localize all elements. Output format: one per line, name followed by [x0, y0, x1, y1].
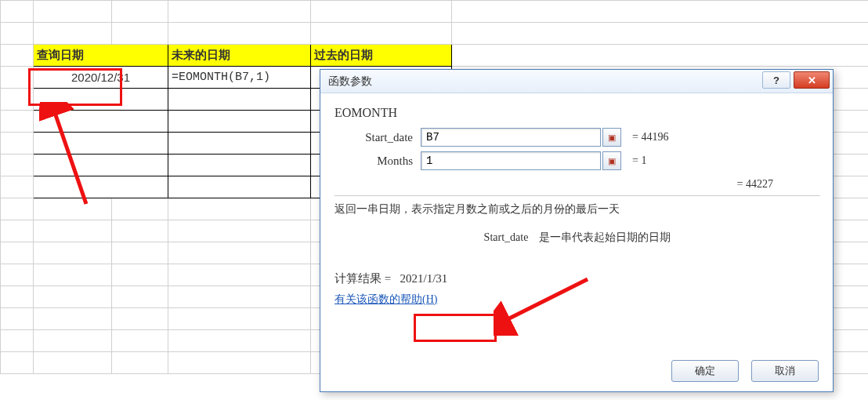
function-description: 返回一串日期，表示指定月数之前或之后的月份的最后一天: [335, 202, 820, 216]
cell-formula[interactable]: =EOMONTH(B7,1): [168, 67, 311, 89]
header-future-date: 未来的日期: [168, 45, 311, 67]
cell-query-date[interactable]: 2020/12/31: [34, 67, 168, 89]
help-button[interactable]: ?: [762, 71, 790, 89]
header-query-date: 查询日期: [34, 45, 168, 67]
ok-button[interactable]: 确定: [671, 360, 739, 382]
function-name: EOMONTH: [335, 106, 820, 120]
dialog-titlebar[interactable]: 函数参数 ? ✕: [320, 70, 833, 93]
arg-desc-label: Start_date: [484, 231, 529, 243]
arg-result-start-date: = 44196: [632, 131, 668, 144]
separator: [335, 195, 820, 196]
result-value: 2021/1/31: [400, 272, 447, 285]
help-link[interactable]: 有关该函数的帮助(H): [335, 293, 437, 305]
arg-row-months: Months ▣ = 1: [335, 151, 820, 170]
close-button[interactable]: ✕: [794, 71, 830, 89]
arg-row-start-date: Start_date ▣ = 44196: [335, 128, 820, 147]
range-picker-icon[interactable]: ▣: [602, 151, 621, 170]
header-past-date: 过去的日期: [311, 45, 452, 67]
calc-result: 计算结果 = 2021/1/31: [335, 271, 820, 286]
arg-result-months: = 1: [632, 155, 646, 167]
arg-input-months[interactable]: [421, 151, 601, 170]
arg-label-months: Months: [335, 155, 421, 168]
formula-intermediate-result: = 44227: [335, 178, 820, 191]
arg-input-start-date[interactable]: [421, 128, 601, 147]
arg-label-start-date: Start_date: [335, 131, 421, 144]
cancel-button[interactable]: 取消: [751, 360, 819, 382]
arg-desc-text: 是一串代表起始日期的日期: [539, 231, 671, 243]
result-label: 计算结果 =: [335, 272, 391, 285]
function-arguments-dialog[interactable]: 函数参数 ? ✕ EOMONTH Start_date ▣ = 44196 Mo…: [320, 69, 834, 392]
range-picker-icon[interactable]: ▣: [602, 128, 621, 147]
header-row: 查询日期 未来的日期 过去的日期: [1, 45, 869, 67]
dialog-title: 函数参数: [328, 75, 762, 89]
argument-description: Start_date 是一串代表起始日期的日期: [335, 231, 820, 245]
